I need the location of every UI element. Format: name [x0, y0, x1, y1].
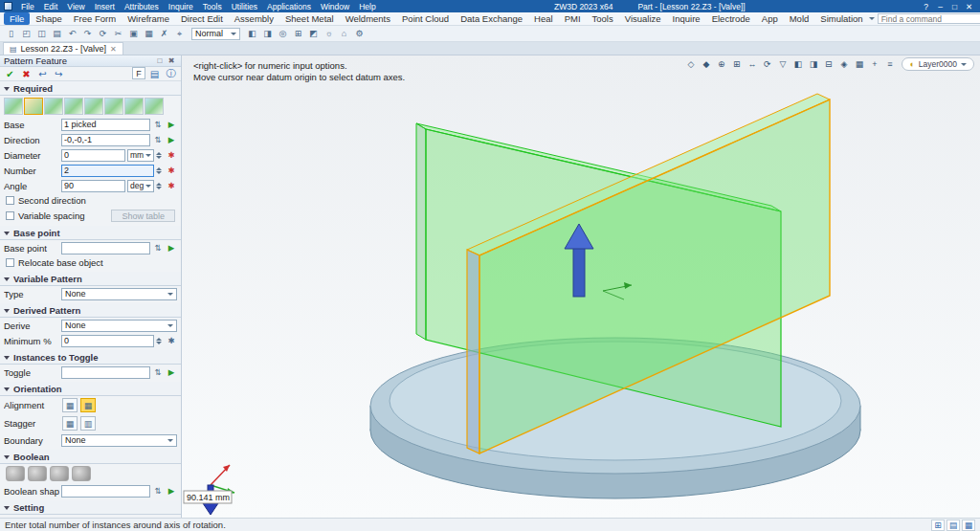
new-file-icon[interactable]: ▯: [4, 27, 18, 40]
section-orientation-header[interactable]: Orientation: [0, 382, 181, 396]
section-variable-pattern-header[interactable]: Variable Pattern: [0, 272, 181, 286]
reuse-icon[interactable]: ↪: [52, 67, 66, 80]
panel-float-icon[interactable]: □: [154, 56, 166, 65]
datum-icon[interactable]: ◆: [699, 57, 713, 71]
tab-pmi[interactable]: PMI: [559, 12, 587, 25]
grid-snap-icon[interactable]: ⊞: [931, 520, 945, 531]
ui-panels-icon[interactable]: ▤: [947, 520, 960, 531]
circular-pattern-icon[interactable]: [24, 98, 43, 115]
boolean-intersect-icon[interactable]: [72, 466, 91, 481]
boolean-none-icon[interactable]: [6, 466, 25, 481]
toggle-input[interactable]: [61, 366, 150, 379]
menu-inquire[interactable]: Inquire: [164, 2, 198, 11]
variable-pattern-icon[interactable]: [145, 98, 164, 115]
section-required-header[interactable]: Required: [0, 81, 181, 96]
number-spinner[interactable]: [156, 167, 164, 174]
tab-direct-edit[interactable]: Direct Edit: [175, 12, 229, 25]
tab-data-exchange[interactable]: Data Exchange: [455, 12, 528, 25]
view-triad[interactable]: [203, 465, 234, 515]
minimize-button[interactable]: –: [933, 2, 947, 11]
menu-insert[interactable]: Insert: [90, 2, 120, 11]
boolean-shapes-input[interactable]: [61, 485, 150, 498]
monitor-icon[interactable]: ▦: [962, 520, 975, 531]
minimum-option-icon[interactable]: [166, 336, 177, 345]
help-button[interactable]: ?: [919, 2, 933, 11]
second-direction-checkbox[interactable]: [6, 196, 14, 205]
menu-applications[interactable]: Applications: [262, 2, 316, 11]
redo-icon[interactable]: ↷: [80, 27, 95, 40]
section-base-point-header[interactable]: Base point: [0, 226, 181, 240]
wireframe-icon[interactable]: ◨: [260, 27, 275, 40]
variable-spacing-checkbox[interactable]: [6, 211, 14, 220]
base-pick-icon[interactable]: [166, 120, 177, 129]
section-derived-pattern-header[interactable]: Derived Pattern: [0, 303, 181, 318]
reset-icon[interactable]: ↩: [35, 67, 50, 80]
align-plane-icon[interactable]: ◇: [683, 57, 698, 71]
direction-pick-icon[interactable]: [166, 135, 177, 144]
more-options-icon[interactable]: ≡: [882, 57, 897, 71]
section-setting-header[interactable]: Setting: [0, 500, 181, 515]
type-select[interactable]: None: [61, 288, 177, 300]
measure-icon[interactable]: ⌖: [172, 27, 187, 40]
tab-mold[interactable]: Mold: [784, 12, 815, 25]
point-to-point-pattern-icon[interactable]: [64, 98, 83, 115]
angle-spinner[interactable]: [156, 183, 164, 189]
pick-list-icon[interactable]: [152, 135, 164, 144]
linear-pattern-icon[interactable]: [4, 98, 23, 115]
polygon-pattern-icon[interactable]: [44, 98, 63, 115]
3d-viewport[interactable]: 90.141 mm <right-click> for numeric inpu…: [182, 55, 980, 518]
document-tab[interactable]: Lesson 22.Z3 - [Valve]: [3, 42, 123, 55]
section-view-icon[interactable]: ⊟: [821, 57, 835, 71]
shade-icon[interactable]: ◧: [245, 27, 259, 40]
base-point-input[interactable]: [61, 242, 150, 254]
tab-tools[interactable]: Tools: [587, 12, 619, 25]
menu-view[interactable]: View: [62, 2, 89, 11]
section-instances-header[interactable]: Instances to Toggle: [0, 350, 181, 365]
tab-close-icon[interactable]: [110, 44, 117, 54]
menu-utilities[interactable]: Utilities: [227, 2, 262, 11]
minimum-input[interactable]: [61, 335, 154, 347]
tab-heal[interactable]: Heal: [528, 12, 559, 25]
number-required-icon[interactable]: [166, 166, 177, 175]
minimum-spinner[interactable]: [156, 338, 164, 344]
home-view-icon[interactable]: ⌂: [337, 27, 351, 40]
tab-wireframe[interactable]: Wireframe: [122, 12, 175, 25]
section-boolean-header[interactable]: Boolean: [0, 450, 181, 464]
tab-electrode[interactable]: Electrode: [706, 12, 756, 25]
angle-required-icon[interactable]: [166, 181, 177, 190]
paste-icon[interactable]: ▦: [142, 27, 156, 40]
diameter-spinner[interactable]: [156, 152, 164, 159]
boolean-add-icon[interactable]: [28, 466, 47, 481]
menu-file[interactable]: File: [16, 2, 39, 11]
info-icon[interactable]: ⓘ: [164, 67, 178, 80]
panel-close-icon[interactable]: ✖: [166, 56, 177, 65]
deg-unit-select[interactable]: deg: [127, 180, 154, 192]
menu-help[interactable]: Help: [354, 2, 380, 11]
pan-icon[interactable]: ↔: [745, 57, 759, 71]
at-face-pattern-icon[interactable]: [104, 98, 123, 115]
direction-input[interactable]: [61, 134, 150, 146]
sheet-icon[interactable]: ▤: [147, 67, 162, 80]
zoom-window-icon[interactable]: ⊞: [729, 57, 744, 71]
tab-app[interactable]: App: [756, 12, 784, 25]
color-icon[interactable]: ◩: [306, 27, 321, 40]
erase-icon[interactable]: ✗: [157, 27, 171, 40]
chevron-down-icon[interactable]: [869, 17, 875, 20]
shade-mode-icon[interactable]: ◧: [791, 57, 805, 71]
toggle-pick-icon[interactable]: [166, 367, 177, 377]
angle-input[interactable]: [61, 180, 125, 192]
tab-weldments[interactable]: Weldments: [340, 12, 396, 25]
diameter-input[interactable]: [61, 149, 125, 162]
pick-list-icon[interactable]: [152, 367, 164, 377]
fill-pattern-icon[interactable]: [124, 98, 144, 115]
command-search-input[interactable]: [878, 13, 980, 24]
pick-list-icon[interactable]: [152, 243, 164, 253]
tab-assembly[interactable]: Assembly: [229, 12, 279, 25]
mm-unit-select[interactable]: mm: [127, 149, 154, 162]
diameter-required-icon[interactable]: [166, 150, 177, 160]
tab-free-form[interactable]: Free Form: [68, 12, 122, 25]
hide-icon[interactable]: ◎: [276, 27, 290, 40]
light-icon[interactable]: ☼: [322, 27, 336, 40]
tab-file[interactable]: File: [4, 12, 30, 25]
stagger-none-icon[interactable]: ▦: [62, 416, 78, 431]
